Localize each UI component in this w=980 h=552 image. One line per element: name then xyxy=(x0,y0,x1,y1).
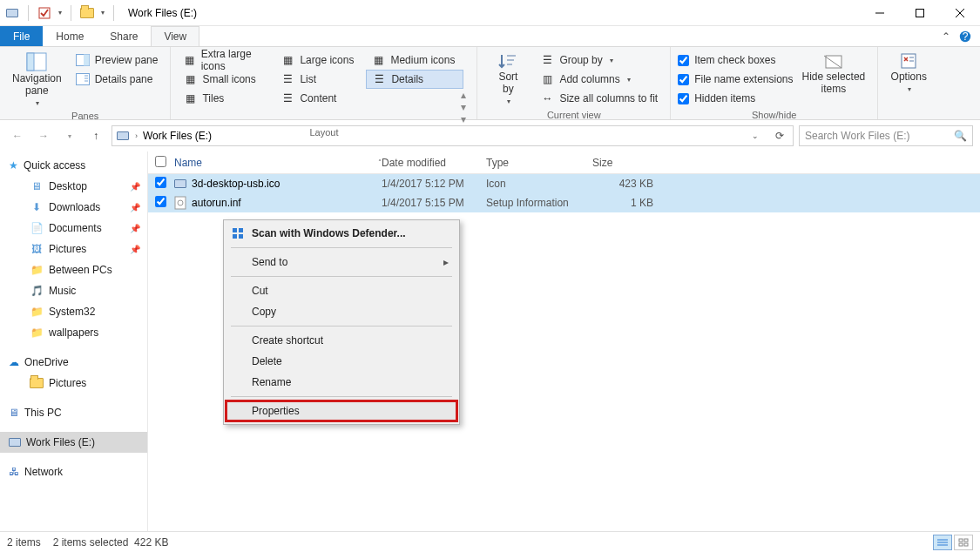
nav-quick-access[interactable]: ★ Quick access xyxy=(0,155,147,176)
search-input[interactable] xyxy=(805,130,954,142)
file-row[interactable]: autorun.inf 1/4/2017 5:15 PM Setup Infor… xyxy=(148,193,980,212)
file-checkbox[interactable] xyxy=(155,196,166,207)
recent-menu[interactable]: ▾ xyxy=(59,125,80,146)
file-row[interactable]: 3d-desktop-usb.ico 1/4/2017 5:12 PM Icon… xyxy=(148,174,980,193)
ctx-delete[interactable]: Delete xyxy=(226,351,457,372)
folder-icon: 📁 xyxy=(30,263,44,277)
svg-rect-24 xyxy=(175,197,186,209)
nav-item-system32[interactable]: 📁System32 xyxy=(0,301,147,322)
tab-view[interactable]: View xyxy=(151,26,199,46)
layout-content[interactable]: ☰Content xyxy=(275,89,366,108)
column-name[interactable]: Name˄ xyxy=(174,157,382,169)
nav-network[interactable]: 🖧 Network xyxy=(0,461,147,482)
view-thumbnails-toggle[interactable] xyxy=(954,535,973,550)
ctx-rename[interactable]: Rename xyxy=(226,372,457,393)
group-by-button[interactable]: ☰Group by▾ xyxy=(535,50,663,70)
layout-details[interactable]: ☰Details xyxy=(366,70,463,89)
nav-item-between-pcs[interactable]: 📁Between PCs xyxy=(0,259,147,280)
address-bar-row: ← → ▾ ↑ › Work Files (E:) ⌄ ⟳ 🔍 xyxy=(0,120,980,151)
maximize-button[interactable] xyxy=(900,0,940,26)
ribbon: Navigation pane ▾ Preview pane Details p… xyxy=(0,47,980,120)
nav-item-downloads[interactable]: ⬇Downloads📌 xyxy=(0,197,147,218)
column-size[interactable]: Size xyxy=(592,157,653,169)
layout-large-icons[interactable]: ▦Large icons xyxy=(275,50,366,70)
layout-tiles[interactable]: ▦Tiles xyxy=(178,89,275,108)
address-bar[interactable]: › Work Files (E:) ⌄ ⟳ xyxy=(112,125,794,146)
layout-gallery-expand[interactable]: ▾ xyxy=(457,113,470,125)
layout-medium-icons[interactable]: ▦Medium icons xyxy=(366,50,463,70)
nav-this-pc[interactable]: 🖥 This PC xyxy=(0,402,147,423)
star-icon: ★ xyxy=(9,159,18,172)
size-columns-button[interactable]: ↔Size all columns to fit xyxy=(535,89,663,108)
file-checkbox[interactable] xyxy=(155,177,166,188)
nav-item-wallpapers[interactable]: 📁wallpapers xyxy=(0,322,147,343)
refresh-button[interactable]: ⟳ xyxy=(770,126,789,145)
nav-item-pictures[interactable]: 🖼Pictures📌 xyxy=(0,239,147,259)
select-all-checkbox[interactable] xyxy=(155,156,166,167)
tab-share[interactable]: Share xyxy=(97,26,151,46)
ribbon-group-label: Current view xyxy=(484,108,663,120)
file-size: 423 KB xyxy=(592,178,653,190)
view-details-toggle[interactable] xyxy=(933,535,952,550)
folder-icon: 🖥 xyxy=(30,179,44,193)
nav-item-music[interactable]: 🎵Music xyxy=(0,280,147,301)
address-dropdown-icon[interactable]: ⌄ xyxy=(746,126,765,145)
folder-icon xyxy=(80,6,94,20)
qat-properties-icon[interactable] xyxy=(37,6,51,20)
ctx-cut[interactable]: Cut xyxy=(226,280,457,301)
ctx-copy[interactable]: Copy xyxy=(226,301,457,322)
close-button[interactable] xyxy=(940,0,980,26)
nav-item-documents[interactable]: 📄Documents📌 xyxy=(0,218,147,239)
layout-scroll-down[interactable]: ▾ xyxy=(457,101,470,113)
layout-list[interactable]: ☰List xyxy=(275,70,366,89)
layout-xl-icons[interactable]: ▦Extra large icons xyxy=(178,50,275,70)
forward-button[interactable]: → xyxy=(33,125,54,146)
nav-drive[interactable]: Work Files (E:) xyxy=(0,432,147,453)
nav-item-label: Between PCs xyxy=(49,264,112,276)
column-headers: Name˄ Date modified Type Size xyxy=(148,151,980,174)
svg-rect-8 xyxy=(27,53,34,71)
item-check-boxes-toggle[interactable]: Item check boxes xyxy=(678,50,793,70)
ctx-scan-defender[interactable]: Scan with Windows Defender... xyxy=(226,223,457,244)
sort-by-button[interactable]: Sort by▾ xyxy=(484,50,531,107)
preview-pane-button[interactable]: Preview pane xyxy=(71,50,164,70)
title-bar: ▾ ▾ Work Files (E:) xyxy=(0,0,980,26)
hidden-items-toggle[interactable]: Hidden items xyxy=(678,89,793,108)
ribbon-collapse-icon[interactable]: ⌃ xyxy=(942,30,950,43)
help-icon[interactable]: ? xyxy=(959,30,971,43)
tab-home[interactable]: Home xyxy=(43,26,97,46)
layout-scroll-up[interactable]: ▴ xyxy=(457,89,470,101)
options-button[interactable]: Options▾ xyxy=(885,50,932,95)
qat-dropdown-2-icon[interactable]: ▾ xyxy=(101,9,105,17)
back-button[interactable]: ← xyxy=(7,125,28,146)
search-box[interactable]: 🔍 xyxy=(799,125,973,146)
navigation-pane-button[interactable]: Navigation pane ▾ xyxy=(7,50,67,109)
ctx-send-to[interactable]: Send to▸ xyxy=(226,252,457,273)
svg-rect-35 xyxy=(959,543,963,546)
layout-small-icons[interactable]: ▦Small icons xyxy=(178,70,275,89)
hide-selected-button[interactable]: Hide selected items xyxy=(797,50,871,98)
file-extensions-toggle[interactable]: File name extensions xyxy=(678,70,793,89)
nav-onedrive-pictures[interactable]: Pictures xyxy=(0,373,147,394)
nav-item-desktop[interactable]: 🖥Desktop📌 xyxy=(0,176,147,197)
tab-file[interactable]: File xyxy=(0,26,43,46)
svg-rect-10 xyxy=(84,55,90,66)
breadcrumb[interactable]: Work Files (E:) xyxy=(143,130,212,142)
folder-icon: 📁 xyxy=(30,305,44,319)
nav-onedrive[interactable]: ☁ OneDrive xyxy=(0,352,147,373)
ctx-properties[interactable]: Properties xyxy=(226,401,457,421)
up-button[interactable]: ↑ xyxy=(85,125,106,146)
qat-dropdown-icon[interactable]: ▾ xyxy=(58,9,62,17)
file-date: 1/4/2017 5:15 PM xyxy=(382,197,486,209)
column-type[interactable]: Type xyxy=(486,157,592,169)
search-icon: 🔍 xyxy=(954,130,967,142)
details-icon: ☰ xyxy=(372,72,386,86)
ctx-create-shortcut[interactable]: Create shortcut xyxy=(226,330,457,351)
details-pane-button[interactable]: Details pane xyxy=(71,70,164,89)
folder-icon xyxy=(30,378,44,388)
ribbon-group-label xyxy=(885,105,932,118)
column-date[interactable]: Date modified xyxy=(382,157,486,169)
minimize-button[interactable] xyxy=(860,0,900,26)
ribbon-group-show-hide: Item check boxes File name extensions Hi… xyxy=(671,47,878,119)
add-columns-button[interactable]: ▥Add columns▾ xyxy=(535,70,663,89)
